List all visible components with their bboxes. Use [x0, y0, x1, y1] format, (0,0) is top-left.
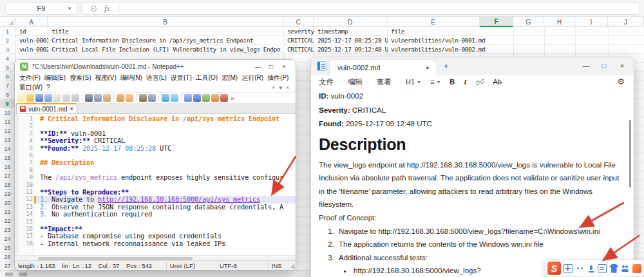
row-header-23[interactable]: 23 [0, 225, 15, 234]
data-cell-row2-id[interactable]: vuln-0001 [17, 36, 48, 45]
menu-item-2[interactable]: 搜索(S) [68, 73, 92, 82]
contacts-icon[interactable] [621, 264, 630, 273]
row-header-13[interactable]: 13 [0, 135, 15, 144]
tab-close-icon[interactable]: × [70, 106, 73, 112]
row-header-26[interactable]: 26 [0, 253, 15, 262]
data-cell-row3-title[interactable]: Critical Local File Inclusion (LFI) Vuln… [50, 45, 281, 54]
save-all-icon[interactable] [44, 94, 52, 102]
row-header-24[interactable]: 24 [0, 234, 15, 244]
column-header-B[interactable]: B [48, 17, 283, 27]
menu-item-row2-0[interactable]: 窗口(W) [18, 83, 44, 92]
menu-item-6[interactable]: 设置(T) [169, 73, 193, 82]
menu-item-4[interactable]: 编码(N) [119, 73, 144, 82]
toolbar-overflow-chevron[interactable]: » [231, 95, 234, 102]
column-header-E[interactable]: E [387, 17, 480, 27]
row-header-15[interactable]: 15 [0, 153, 15, 162]
mic-icon[interactable] [587, 264, 596, 273]
chinese-mode-icon[interactable] [564, 264, 573, 273]
row-header-14[interactable]: 14 [0, 144, 15, 153]
print-icon[interactable] [71, 94, 79, 102]
text-editor[interactable]: 1# Critical Information Disclosure in /a… [15, 114, 296, 255]
row-header-21[interactable]: 21 [0, 207, 15, 216]
zoom-in-icon[interactable] [162, 94, 169, 102]
redo-icon[interactable] [126, 94, 133, 102]
header-cell-file[interactable]: file [389, 27, 492, 36]
data-cell-row2-severity[interactable]: CRITICAL [285, 36, 314, 45]
row-header-18[interactable]: 18 [0, 180, 15, 189]
column-header-D[interactable]: D [314, 17, 387, 27]
row-header-27[interactable]: 27 [0, 262, 15, 271]
data-cell-row2-timestamp[interactable]: 2025-12-17 08:25:28 UTC [316, 36, 388, 45]
column-header-H[interactable]: H [544, 17, 575, 27]
list-style-dropdown[interactable]: ≡▼ [430, 78, 440, 86]
bold-button[interactable]: B [450, 78, 455, 86]
heading-style-dropdown[interactable]: H1▼ [406, 78, 421, 86]
row-header-5[interactable]: 5 [0, 63, 15, 72]
resize-grip[interactable]: ◢ [290, 263, 294, 269]
data-cell-row2-file[interactable]: vulnerabilities/vuln-0001.md [389, 36, 492, 45]
data-cell-row3-file[interactable]: vulnerabilities/vuln-0002.md [389, 45, 492, 54]
row-header-8[interactable]: 8 [0, 90, 15, 99]
menu-item-row2-1[interactable]: ? [45, 84, 52, 91]
menu-item-9[interactable]: 运行(R) [240, 73, 265, 82]
column-header-C[interactable]: C [283, 17, 314, 27]
doc-restore-icon[interactable]: + [272, 84, 275, 91]
rendered-markdown[interactable]: ID: vuln-0002Severity: CRITICALFound: 20… [311, 88, 634, 277]
paste-icon[interactable] [103, 94, 111, 102]
header-cell-severity[interactable]: severity [285, 27, 314, 36]
row-header-6[interactable]: 6 [0, 72, 15, 81]
menu-item-10[interactable]: 插件(P) [266, 73, 290, 82]
cell-name-box[interactable]: F9 ▼ [5, 2, 77, 15]
formula-input[interactable]: fx [81, 2, 640, 15]
monitor-icon[interactable] [220, 94, 228, 102]
header-cell-timestamp[interactable]: timestamp [316, 27, 388, 36]
row-header-4[interactable]: 4 [0, 54, 15, 63]
column-header-J[interactable]: J [608, 17, 644, 27]
minimize-button[interactable]: — [577, 59, 595, 73]
menu-item-5[interactable]: 语言(L) [145, 73, 168, 82]
data-cell-row3-id[interactable]: vuln-0002 [17, 45, 48, 54]
doc-list-icon[interactable]: ▾ [279, 84, 282, 91]
dots-icon[interactable] [575, 264, 584, 273]
keyboard-icon[interactable] [598, 264, 607, 273]
header-cell-id[interactable]: id [17, 27, 48, 36]
open-folder-icon[interactable] [26, 94, 34, 102]
func-list-icon[interactable] [211, 94, 219, 102]
hyperlink[interactable]: http://192.168.30.168:5000/api/sys_metri… [98, 196, 260, 203]
menu-view[interactable]: 查看 [377, 77, 392, 87]
new-file-icon[interactable] [17, 94, 25, 102]
word-wrap-icon[interactable] [184, 94, 192, 102]
menu-item-1[interactable]: 编辑(E) [43, 73, 67, 82]
row-header-1[interactable]: 1 [0, 27, 15, 36]
tab-vuln-0002[interactable]: vuln-0002.md • [329, 59, 437, 75]
menu-item-3[interactable]: 视图(V) [93, 73, 117, 82]
vertical-scrollbar[interactable] [629, 120, 631, 187]
row-header-10[interactable]: 10 [0, 108, 15, 117]
news-icon[interactable] [632, 264, 641, 273]
undo-icon[interactable] [117, 94, 124, 102]
row-header-16[interactable]: 16 [0, 162, 15, 171]
row-header-2[interactable]: 2 [0, 36, 15, 45]
cut-icon[interactable] [85, 94, 93, 102]
row-header-19[interactable]: 19 [0, 189, 15, 198]
skin-icon[interactable] [609, 264, 618, 273]
column-header-G[interactable]: G [513, 17, 544, 27]
new-tab-button[interactable]: + [444, 61, 449, 71]
column-header-I[interactable]: I [575, 17, 608, 27]
row-header-20[interactable]: 20 [0, 198, 15, 207]
link-icon[interactable] [476, 78, 484, 86]
row-header-12[interactable]: 12 [0, 126, 15, 135]
close-button[interactable]: × [278, 61, 290, 72]
save-icon[interactable] [35, 94, 43, 102]
close-button[interactable]: × [613, 59, 631, 73]
row-header-25[interactable]: 25 [0, 244, 15, 253]
menu-edit[interactable]: 编辑 [348, 77, 363, 87]
scrollbar-thumb[interactable] [38, 257, 193, 260]
row-header-22[interactable]: 22 [0, 216, 15, 225]
menu-file[interactable]: 文件 [319, 77, 334, 87]
data-cell-row3-severity[interactable]: CRITICAL [285, 45, 314, 54]
column-header-F[interactable]: F [480, 17, 513, 27]
replace-icon[interactable] [148, 94, 156, 102]
data-cell-row2-title[interactable]: Critical Information Disclosure in /api/… [50, 36, 281, 45]
row-header-7[interactable]: 7 [0, 81, 15, 90]
